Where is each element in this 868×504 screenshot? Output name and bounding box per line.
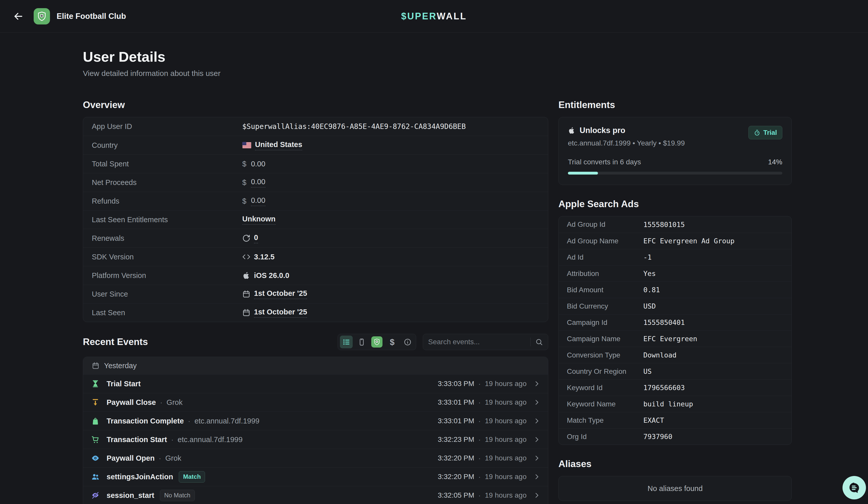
users-icon: [91, 472, 100, 481]
event-row-settings-join-action[interactable]: settingsJoinAction Match 3:32:20 PM·19 h…: [83, 467, 548, 486]
event-row-paywall-open[interactable]: Paywall Open · Grok 3:32:20 PM·19 hours …: [83, 449, 548, 467]
arrow-left-icon: [12, 10, 24, 22]
chevron-right-icon: [533, 436, 540, 443]
back-button[interactable]: [11, 9, 25, 23]
table-row: Keyword Id1796566603: [559, 379, 792, 396]
table-row: Ad Group NameEFC Evergreen Ad Group: [559, 233, 792, 249]
table-row: Org Id7937960: [559, 428, 792, 445]
net-proceeds-value[interactable]: 0.00: [251, 178, 265, 188]
dollar-icon: $: [242, 160, 246, 168]
events-search: [423, 334, 548, 350]
table-row: Keyword Namebuild lineup: [559, 396, 792, 412]
calendar-icon: [242, 290, 250, 298]
app-logo-small-icon: [371, 336, 382, 348]
chat-bubble-icon: [848, 481, 861, 494]
event-row-transaction-complete[interactable]: Transaction Complete · etc.annual.7df.19…: [83, 411, 548, 430]
recent-events-heading: Recent Events: [83, 337, 148, 347]
last-seen-value[interactable]: 1st October '25: [254, 308, 307, 318]
aliases-empty-text: No aliases found: [648, 484, 703, 493]
chevron-right-icon: [533, 417, 540, 424]
table-row: SDK Version 3.12.5: [83, 248, 548, 266]
table-row: Country Or RegionUS: [559, 363, 792, 379]
table-row: Last Seen 1st October '25: [83, 303, 548, 322]
page: Elite Football Club $UPERWALL User Detai…: [0, 0, 868, 504]
us-flag-icon: [242, 142, 251, 149]
no-match-badge: No Match: [160, 490, 195, 501]
trial-progress-fill: [568, 172, 598, 175]
app-title: Elite Football Club: [56, 12, 126, 21]
logo-white-part: WALL: [437, 11, 467, 21]
timer-icon: [754, 129, 761, 136]
apple-search-ads-table: Ad Group Id1555801015 Ad Group NameEFC E…: [558, 216, 792, 445]
superwall-logo[interactable]: $UPERWALL: [401, 11, 467, 22]
arrow-down-to-line-icon: [91, 398, 100, 407]
chevron-right-icon: [533, 380, 540, 387]
dollar-icon: $: [390, 338, 394, 346]
table-row: Net Proceeds $0.00: [83, 173, 548, 192]
entitlement-product-info: etc.annual.7df.1999 • Yearly • $19.99: [568, 139, 685, 147]
aliases-empty-card: No aliases found: [558, 476, 792, 501]
table-row: Bid Amount0.81: [559, 282, 792, 298]
event-row-trial-start[interactable]: Trial Start 3:33:03 PM·19 hours ago: [83, 374, 548, 393]
filter-device-events-button[interactable]: [355, 336, 368, 348]
apple-icon: [568, 127, 576, 134]
filter-revenue-events-button[interactable]: $: [386, 336, 399, 348]
search-icon: [535, 338, 543, 346]
refunds-value[interactable]: 0.00: [251, 196, 265, 206]
chevron-right-icon: [533, 473, 540, 480]
list-icon: [342, 338, 350, 346]
dollar-icon: $: [242, 197, 246, 206]
separator: [530, 338, 531, 346]
page-subtitle: View detailed information about this use…: [83, 69, 868, 78]
eye-off-icon: [91, 491, 100, 500]
table-row: Total Spent $0.00: [83, 155, 548, 173]
apple-search-ads-heading: Apple Search Ads: [558, 199, 792, 209]
top-bar: Elite Football Club $UPERWALL: [0, 0, 868, 33]
last-seen-entitlements-value[interactable]: Unknown: [242, 215, 276, 225]
table-row: User Since 1st October '25: [83, 285, 548, 303]
event-row-session-start-lower[interactable]: session_start No Match 3:32:05 PM·19 hou…: [83, 486, 548, 504]
country-value[interactable]: United States: [255, 140, 302, 150]
logo-teal-part: $UPER: [401, 11, 436, 21]
smartphone-icon: [358, 338, 366, 346]
table-row: Renewals 0: [83, 229, 548, 248]
info-icon: [404, 338, 412, 346]
table-row: Last Seen Entitlements Unknown: [83, 210, 548, 229]
renewals-value[interactable]: 0: [254, 233, 258, 243]
events-filter-toolbar: $: [338, 334, 416, 350]
event-row-transaction-start[interactable]: Transaction Start · etc.annual.7df.1999 …: [83, 430, 548, 449]
table-row: Campaign NameEFC Evergreen: [559, 330, 792, 347]
entitlement-name: Unlocks pro: [580, 126, 625, 135]
app-user-id-value: $SuperwallAlias:40EC9876-A85E-4AE9-8762-…: [242, 122, 466, 131]
trial-percent-label: 14%: [768, 158, 782, 166]
user-since-value[interactable]: 1st October '25: [254, 289, 307, 299]
table-row: Country United States: [83, 136, 548, 155]
entitlements-heading: Entitlements: [558, 99, 792, 110]
trial-badge: Trial: [748, 126, 782, 139]
aliases-heading: Aliases: [558, 459, 792, 469]
table-row: App User ID $SuperwallAlias:40EC9876-A85…: [83, 117, 548, 136]
filter-app-events-button[interactable]: [371, 336, 383, 348]
event-row-paywall-close[interactable]: Paywall Close · Grok 3:33:01 PM·19 hours…: [83, 393, 548, 411]
total-spent-value: 0.00: [251, 160, 265, 168]
events-search-input[interactable]: [428, 338, 527, 346]
hourglass-icon: [91, 379, 100, 388]
table-row: Refunds $0.00: [83, 192, 548, 210]
table-row: Ad Id-1: [559, 249, 792, 265]
filter-all-events-button[interactable]: [340, 336, 353, 348]
shopping-bag-icon: [91, 416, 100, 426]
calendar-icon: [92, 362, 100, 369]
table-row: Bid CurrencyUSD: [559, 298, 792, 314]
chevron-right-icon: [533, 454, 540, 462]
filter-info-events-button[interactable]: [401, 336, 414, 348]
eye-icon: [91, 453, 100, 463]
support-chat-button[interactable]: [843, 476, 866, 500]
shopping-cart-icon: [91, 435, 100, 444]
table-row: Campaign Id1555850401: [559, 314, 792, 330]
calendar-icon: [242, 308, 250, 317]
sdk-version-value: 3.12.5: [254, 253, 275, 261]
table-row: Ad Group Id1555801015: [559, 216, 792, 233]
table-row: Conversion TypeDownload: [559, 347, 792, 363]
trial-progress-bar: [568, 172, 782, 175]
match-badge: Match: [179, 471, 205, 483]
